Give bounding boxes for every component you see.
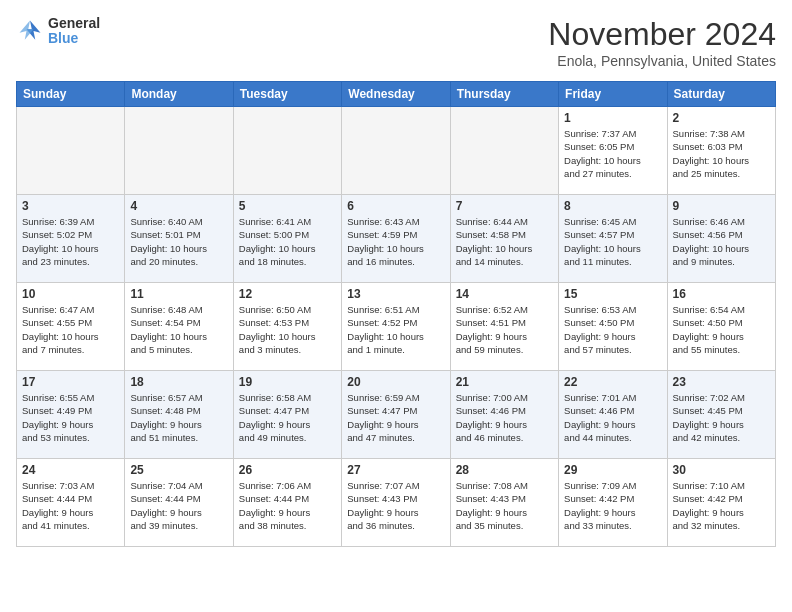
- calendar: SundayMondayTuesdayWednesdayThursdayFrid…: [16, 81, 776, 547]
- calendar-cell: 30Sunrise: 7:10 AM Sunset: 4:42 PM Dayli…: [667, 459, 775, 547]
- day-info: Sunrise: 6:52 AM Sunset: 4:51 PM Dayligh…: [456, 303, 553, 356]
- calendar-cell: 6Sunrise: 6:43 AM Sunset: 4:59 PM Daylig…: [342, 195, 450, 283]
- day-info: Sunrise: 7:02 AM Sunset: 4:45 PM Dayligh…: [673, 391, 770, 444]
- day-number: 1: [564, 111, 661, 125]
- day-info: Sunrise: 6:40 AM Sunset: 5:01 PM Dayligh…: [130, 215, 227, 268]
- logo-text: General Blue: [48, 16, 100, 47]
- day-info: Sunrise: 7:09 AM Sunset: 4:42 PM Dayligh…: [564, 479, 661, 532]
- day-number: 17: [22, 375, 119, 389]
- day-number: 22: [564, 375, 661, 389]
- day-number: 15: [564, 287, 661, 301]
- weekday-header: Sunday: [17, 82, 125, 107]
- page-header: General Blue November 2024 Enola, Pennsy…: [16, 16, 776, 69]
- calendar-cell: 23Sunrise: 7:02 AM Sunset: 4:45 PM Dayli…: [667, 371, 775, 459]
- day-info: Sunrise: 6:39 AM Sunset: 5:02 PM Dayligh…: [22, 215, 119, 268]
- calendar-cell: [125, 107, 233, 195]
- calendar-cell: [233, 107, 341, 195]
- calendar-week-row: 17Sunrise: 6:55 AM Sunset: 4:49 PM Dayli…: [17, 371, 776, 459]
- logo-line1: General: [48, 16, 100, 31]
- day-number: 9: [673, 199, 770, 213]
- day-info: Sunrise: 6:48 AM Sunset: 4:54 PM Dayligh…: [130, 303, 227, 356]
- calendar-cell: 1Sunrise: 7:37 AM Sunset: 6:05 PM Daylig…: [559, 107, 667, 195]
- calendar-cell: 4Sunrise: 6:40 AM Sunset: 5:01 PM Daylig…: [125, 195, 233, 283]
- calendar-cell: 18Sunrise: 6:57 AM Sunset: 4:48 PM Dayli…: [125, 371, 233, 459]
- day-number: 10: [22, 287, 119, 301]
- weekday-header: Tuesday: [233, 82, 341, 107]
- calendar-cell: 27Sunrise: 7:07 AM Sunset: 4:43 PM Dayli…: [342, 459, 450, 547]
- day-info: Sunrise: 7:03 AM Sunset: 4:44 PM Dayligh…: [22, 479, 119, 532]
- day-info: Sunrise: 7:01 AM Sunset: 4:46 PM Dayligh…: [564, 391, 661, 444]
- day-info: Sunrise: 7:07 AM Sunset: 4:43 PM Dayligh…: [347, 479, 444, 532]
- day-number: 26: [239, 463, 336, 477]
- calendar-cell: 2Sunrise: 7:38 AM Sunset: 6:03 PM Daylig…: [667, 107, 775, 195]
- day-number: 13: [347, 287, 444, 301]
- day-info: Sunrise: 6:45 AM Sunset: 4:57 PM Dayligh…: [564, 215, 661, 268]
- day-number: 4: [130, 199, 227, 213]
- day-info: Sunrise: 7:06 AM Sunset: 4:44 PM Dayligh…: [239, 479, 336, 532]
- day-number: 19: [239, 375, 336, 389]
- calendar-cell: 20Sunrise: 6:59 AM Sunset: 4:47 PM Dayli…: [342, 371, 450, 459]
- day-info: Sunrise: 6:59 AM Sunset: 4:47 PM Dayligh…: [347, 391, 444, 444]
- day-number: 20: [347, 375, 444, 389]
- day-number: 24: [22, 463, 119, 477]
- calendar-week-row: 24Sunrise: 7:03 AM Sunset: 4:44 PM Dayli…: [17, 459, 776, 547]
- calendar-cell: 28Sunrise: 7:08 AM Sunset: 4:43 PM Dayli…: [450, 459, 558, 547]
- day-number: 27: [347, 463, 444, 477]
- logo: General Blue: [16, 16, 100, 47]
- weekday-header: Friday: [559, 82, 667, 107]
- day-info: Sunrise: 7:37 AM Sunset: 6:05 PM Dayligh…: [564, 127, 661, 180]
- day-number: 14: [456, 287, 553, 301]
- logo-icon: [16, 17, 44, 45]
- day-number: 6: [347, 199, 444, 213]
- day-number: 5: [239, 199, 336, 213]
- day-number: 8: [564, 199, 661, 213]
- day-number: 3: [22, 199, 119, 213]
- title-block: November 2024 Enola, Pennsylvania, Unite…: [548, 16, 776, 69]
- day-info: Sunrise: 7:38 AM Sunset: 6:03 PM Dayligh…: [673, 127, 770, 180]
- day-info: Sunrise: 7:00 AM Sunset: 4:46 PM Dayligh…: [456, 391, 553, 444]
- day-info: Sunrise: 6:51 AM Sunset: 4:52 PM Dayligh…: [347, 303, 444, 356]
- day-info: Sunrise: 6:41 AM Sunset: 5:00 PM Dayligh…: [239, 215, 336, 268]
- day-info: Sunrise: 6:50 AM Sunset: 4:53 PM Dayligh…: [239, 303, 336, 356]
- calendar-cell: [450, 107, 558, 195]
- calendar-cell: 8Sunrise: 6:45 AM Sunset: 4:57 PM Daylig…: [559, 195, 667, 283]
- calendar-cell: 29Sunrise: 7:09 AM Sunset: 4:42 PM Dayli…: [559, 459, 667, 547]
- weekday-header: Saturday: [667, 82, 775, 107]
- calendar-cell: 14Sunrise: 6:52 AM Sunset: 4:51 PM Dayli…: [450, 283, 558, 371]
- day-info: Sunrise: 6:53 AM Sunset: 4:50 PM Dayligh…: [564, 303, 661, 356]
- calendar-cell: 22Sunrise: 7:01 AM Sunset: 4:46 PM Dayli…: [559, 371, 667, 459]
- calendar-cell: 24Sunrise: 7:03 AM Sunset: 4:44 PM Dayli…: [17, 459, 125, 547]
- day-number: 16: [673, 287, 770, 301]
- weekday-header: Thursday: [450, 82, 558, 107]
- calendar-cell: 25Sunrise: 7:04 AM Sunset: 4:44 PM Dayli…: [125, 459, 233, 547]
- calendar-cell: [17, 107, 125, 195]
- calendar-cell: 26Sunrise: 7:06 AM Sunset: 4:44 PM Dayli…: [233, 459, 341, 547]
- location: Enola, Pennsylvania, United States: [548, 53, 776, 69]
- calendar-cell: 16Sunrise: 6:54 AM Sunset: 4:50 PM Dayli…: [667, 283, 775, 371]
- day-info: Sunrise: 6:57 AM Sunset: 4:48 PM Dayligh…: [130, 391, 227, 444]
- day-number: 23: [673, 375, 770, 389]
- day-info: Sunrise: 6:47 AM Sunset: 4:55 PM Dayligh…: [22, 303, 119, 356]
- day-info: Sunrise: 7:08 AM Sunset: 4:43 PM Dayligh…: [456, 479, 553, 532]
- day-number: 25: [130, 463, 227, 477]
- calendar-week-row: 10Sunrise: 6:47 AM Sunset: 4:55 PM Dayli…: [17, 283, 776, 371]
- day-info: Sunrise: 6:58 AM Sunset: 4:47 PM Dayligh…: [239, 391, 336, 444]
- day-info: Sunrise: 6:46 AM Sunset: 4:56 PM Dayligh…: [673, 215, 770, 268]
- weekday-header: Wednesday: [342, 82, 450, 107]
- day-number: 28: [456, 463, 553, 477]
- day-number: 18: [130, 375, 227, 389]
- logo-line2: Blue: [48, 31, 100, 46]
- calendar-cell: 10Sunrise: 6:47 AM Sunset: 4:55 PM Dayli…: [17, 283, 125, 371]
- calendar-cell: 15Sunrise: 6:53 AM Sunset: 4:50 PM Dayli…: [559, 283, 667, 371]
- day-info: Sunrise: 6:54 AM Sunset: 4:50 PM Dayligh…: [673, 303, 770, 356]
- day-number: 7: [456, 199, 553, 213]
- weekday-header: Monday: [125, 82, 233, 107]
- day-info: Sunrise: 6:44 AM Sunset: 4:58 PM Dayligh…: [456, 215, 553, 268]
- day-number: 12: [239, 287, 336, 301]
- calendar-cell: 3Sunrise: 6:39 AM Sunset: 5:02 PM Daylig…: [17, 195, 125, 283]
- day-number: 29: [564, 463, 661, 477]
- calendar-cell: 11Sunrise: 6:48 AM Sunset: 4:54 PM Dayli…: [125, 283, 233, 371]
- calendar-cell: 21Sunrise: 7:00 AM Sunset: 4:46 PM Dayli…: [450, 371, 558, 459]
- calendar-cell: 9Sunrise: 6:46 AM Sunset: 4:56 PM Daylig…: [667, 195, 775, 283]
- calendar-week-row: 3Sunrise: 6:39 AM Sunset: 5:02 PM Daylig…: [17, 195, 776, 283]
